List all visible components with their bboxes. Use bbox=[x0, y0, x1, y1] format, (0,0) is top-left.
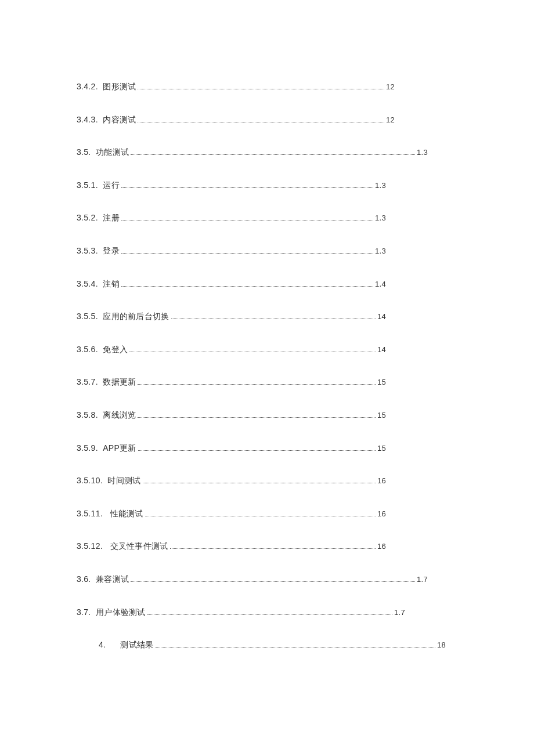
toc-entry-page: 1.3 bbox=[375, 213, 386, 223]
toc-entry-page: 16 bbox=[377, 541, 386, 552]
toc-entry-page: 12 bbox=[386, 115, 395, 125]
toc-entry-gap bbox=[98, 245, 103, 257]
toc-entry-gap bbox=[98, 278, 103, 290]
toc-entry: 3.7. 用户体验测试1.7 bbox=[70, 607, 405, 618]
toc-entry-title: 运行 bbox=[103, 180, 120, 191]
toc-entry-gap bbox=[98, 443, 103, 454]
toc-leader-dots bbox=[156, 647, 435, 648]
toc-entry-gap bbox=[106, 639, 120, 651]
toc-entry: 3.5.7. 数据更新15 bbox=[70, 377, 386, 388]
toc-entry-gap bbox=[91, 607, 96, 618]
toc-entry-gap bbox=[103, 475, 107, 487]
toc-entry-number: 3.5.7. bbox=[77, 377, 98, 388]
toc-entry: 3.5.9. APP更新15 bbox=[70, 443, 386, 454]
toc-entry-title: 交叉性事件测试 bbox=[110, 541, 168, 552]
toc-entry-title: 用户体验测试 bbox=[96, 607, 146, 618]
table-of-contents: 3.4.2. 图形测试123.4.3. 内容测试123.5. 功能测试1.33.… bbox=[70, 81, 467, 651]
toc-entry-page: 16 bbox=[377, 476, 386, 486]
toc-entry: 3.5.3. 登录1.3 bbox=[70, 245, 386, 257]
toc-entry-title: 测试结果 bbox=[120, 639, 153, 651]
toc-entry-title: 注册 bbox=[103, 212, 120, 224]
toc-leader-dots bbox=[121, 220, 373, 220]
toc-leader-dots bbox=[121, 187, 373, 188]
toc-entry-gap bbox=[98, 212, 103, 224]
toc-entry-page: 15 bbox=[377, 410, 386, 421]
toc-entry-title: 注销 bbox=[103, 278, 120, 290]
toc-entry-gap bbox=[91, 574, 96, 585]
toc-entry-page: 16 bbox=[377, 509, 386, 519]
toc-entry-gap bbox=[98, 311, 103, 323]
toc-entry-number: 3.4.3. bbox=[77, 114, 98, 126]
toc-entry-page: 1.4 bbox=[375, 279, 386, 290]
toc-entry: 3.5.6. 免登入14 bbox=[70, 344, 386, 356]
toc-entry: 3.5.8. 离线浏览15 bbox=[70, 410, 386, 421]
toc-leader-dots bbox=[138, 417, 376, 418]
toc-entry-page: 14 bbox=[377, 345, 386, 355]
toc-leader-dots bbox=[138, 89, 384, 89]
toc-entry-number: 3.5.5. bbox=[77, 311, 98, 323]
toc-entry-page: 12 bbox=[386, 82, 395, 92]
toc-entry-number: 3.6. bbox=[77, 574, 91, 585]
toc-entry-page: 1.7 bbox=[394, 607, 405, 618]
toc-entry-gap bbox=[98, 344, 103, 356]
toc-entry-page: 1.3 bbox=[417, 147, 428, 158]
toc-entry-page: 18 bbox=[437, 640, 446, 650]
toc-entry-gap bbox=[103, 541, 110, 552]
toc-leader-dots bbox=[138, 450, 376, 451]
toc-entry-gap bbox=[91, 147, 96, 158]
toc-entry-gap bbox=[98, 114, 103, 126]
toc-entry: 3.6. 兼容测试1.7 bbox=[70, 574, 428, 585]
toc-leader-dots bbox=[131, 581, 415, 582]
toc-leader-dots bbox=[143, 483, 376, 483]
toc-entry-page: 15 bbox=[377, 443, 386, 454]
toc-entry-number: 3.5.6. bbox=[77, 344, 98, 356]
toc-entry-title: APP更新 bbox=[103, 443, 136, 454]
toc-entry-number: 3.5.9. bbox=[77, 443, 98, 454]
toc-leader-dots bbox=[129, 352, 376, 352]
toc-entry-title: 功能测试 bbox=[96, 147, 129, 158]
toc-entry-number: 3.4.2. bbox=[77, 81, 98, 93]
toc-entry-title: 登录 bbox=[103, 245, 120, 257]
toc-entry: 3.5. 功能测试1.3 bbox=[70, 147, 428, 158]
toc-entry-title: 应用的前后台切换 bbox=[103, 311, 169, 323]
toc-leader-dots bbox=[171, 319, 376, 319]
toc-entry-gap bbox=[98, 180, 103, 191]
toc-entry: 4. 测试结果18 bbox=[70, 639, 446, 651]
toc-entry-title: 数据更新 bbox=[103, 377, 136, 388]
toc-entry-gap bbox=[98, 81, 103, 93]
toc-entry-number: 3.5.2. bbox=[77, 212, 98, 224]
toc-entry-page: 1.3 bbox=[375, 180, 386, 191]
toc-entry-number: 3.5.4. bbox=[77, 278, 98, 290]
toc-entry-title: 免登入 bbox=[103, 344, 128, 356]
toc-entry-number: 3.7. bbox=[77, 607, 91, 618]
toc-leader-dots bbox=[131, 154, 415, 155]
toc-entry-title: 图形测试 bbox=[103, 81, 136, 93]
toc-leader-dots bbox=[147, 614, 392, 615]
toc-entry-number: 3.5.10. bbox=[77, 475, 103, 487]
toc-leader-dots bbox=[121, 253, 373, 254]
toc-entry: 3.5.11. 性能测试16 bbox=[70, 508, 386, 520]
toc-entry-number: 4. bbox=[99, 639, 106, 651]
toc-entry-number: 3.5.12. bbox=[77, 541, 103, 552]
toc-entry: 3.5.5. 应用的前后台切换14 bbox=[70, 311, 386, 323]
toc-entry-number: 3.5. bbox=[77, 147, 91, 158]
toc-leader-dots bbox=[138, 122, 384, 122]
toc-leader-dots bbox=[121, 286, 373, 287]
toc-entry: 3.5.12. 交叉性事件测试16 bbox=[70, 541, 386, 552]
toc-entry-number: 3.5.1. bbox=[77, 180, 98, 191]
toc-entry: 3.5.4. 注销1.4 bbox=[70, 278, 386, 290]
toc-entry-page: 1.3 bbox=[375, 246, 386, 256]
toc-leader-dots bbox=[170, 548, 376, 549]
toc-entry-title: 离线浏览 bbox=[103, 410, 136, 421]
toc-entry-number: 3.5.11. bbox=[77, 508, 103, 520]
toc-leader-dots bbox=[138, 384, 376, 385]
toc-entry-page: 1.7 bbox=[417, 574, 428, 585]
toc-leader-dots bbox=[145, 516, 376, 516]
toc-entry-gap bbox=[98, 377, 103, 388]
toc-entry: 3.4.3. 内容测试12 bbox=[70, 114, 395, 126]
toc-entry-title: 内容测试 bbox=[103, 114, 136, 126]
toc-entry: 3.5.10. 时间测试16 bbox=[70, 475, 386, 487]
toc-entry-number: 3.5.3. bbox=[77, 245, 98, 257]
toc-entry-page: 14 bbox=[377, 312, 386, 322]
toc-entry-title: 时间测试 bbox=[107, 475, 140, 487]
